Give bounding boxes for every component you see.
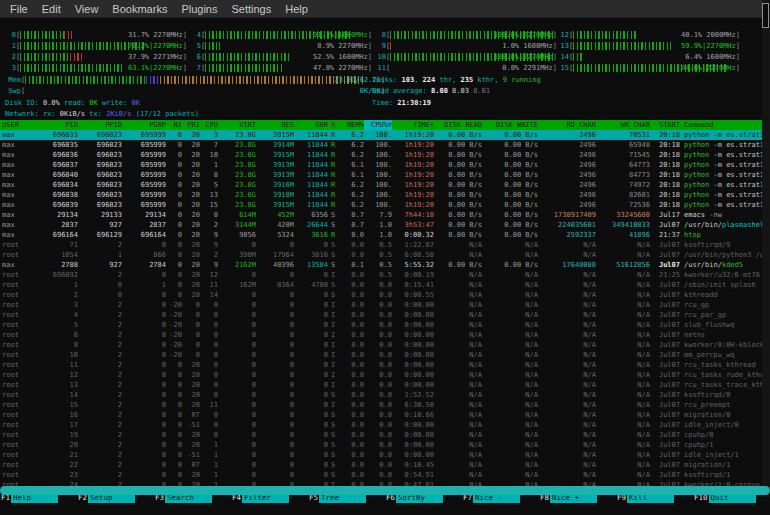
- process-row[interactable]: root620-2000000I0.00.00:00.00N/AN/AN/AN/…: [0, 330, 770, 340]
- menu-item-file[interactable]: File: [3, 3, 35, 15]
- process-row[interactable]: max696037696023695999020123.8G3913M11844…: [0, 160, 770, 170]
- process-row[interactable]: max2837927283702023144M420M26644S0.71.03…: [0, 220, 770, 230]
- cell: S: [328, 430, 338, 440]
- meter-value: 31.7% 2270MHz: [128, 30, 183, 40]
- process-row[interactable]: root19200200000S0.00.00:00.00N/AN/AN/AN/…: [0, 430, 770, 440]
- command-main: python: [684, 191, 709, 199]
- cell: 2: [78, 300, 122, 310]
- process-row[interactable]: root520-2000000I0.00.00:00.00N/AN/AN/AN/…: [0, 320, 770, 330]
- cell: 6.2: [338, 140, 364, 150]
- menu-item-plugins[interactable]: Plugins: [174, 3, 224, 15]
- process-row[interactable]: root152002011000I0.00.06:30.50N/AN/AN/AN…: [0, 400, 770, 410]
- process-row[interactable]: max696040696023695999020823.8G3913M11844…: [0, 170, 770, 180]
- menu-item-edit[interactable]: Edit: [35, 3, 68, 15]
- process-row[interactable]: root20002014000S0.00.00:00.55N/AN/AN/AN/…: [0, 290, 770, 300]
- cell: 19: [36, 430, 78, 440]
- cell: 10: [200, 150, 218, 160]
- process-row[interactable]: root1020-2000000I0.00.00:00.00N/AN/AN/AN…: [0, 350, 770, 360]
- process-row[interactable]: root10102011162M83644780S0.00.00:15.41N/…: [0, 280, 770, 290]
- process-row-selected[interactable]: max696033696023695999020323.8G3915M11844…: [0, 130, 770, 140]
- process-row[interactable]: root420-2000000I0.00.00:00.00N/AN/AN/AN/…: [0, 310, 770, 320]
- disk-io-line-part: 0.0%: [43, 99, 60, 107]
- process-row[interactable]: root12200200000I0.00.00:00.00N/AN/AN/AN/…: [0, 370, 770, 380]
- process-row[interactable]: max6960386960236959990201323.8G3918M1184…: [0, 190, 770, 200]
- cell: 1:22.87: [392, 240, 434, 250]
- cell: 20: [182, 190, 200, 200]
- menu-item-help[interactable]: Help: [278, 3, 315, 15]
- process-row[interactable]: max696035696023695999020723.8G3914M11844…: [0, 140, 770, 150]
- cell: max: [2, 150, 36, 160]
- cell: 6:08.58: [392, 250, 434, 260]
- disk-io-line-part: read:: [60, 99, 90, 107]
- process-row[interactable]: root17200-510000S0.00.00:00.00N/AN/AN/AN…: [0, 420, 770, 430]
- column-header-cpu-[interactable]: CPU%▽: [364, 120, 392, 130]
- process-row[interactable]: max6960396960236959990201523.8G3915M1184…: [0, 200, 770, 210]
- cell: 349410833: [596, 220, 650, 230]
- cell: 0.0: [364, 280, 392, 290]
- column-header-time-[interactable]: TIME+: [392, 120, 434, 130]
- process-row[interactable]: max6960366960236959990201023.8G3915M1184…: [0, 150, 770, 160]
- scrollbar-track[interactable]: [762, 0, 770, 497]
- process-row[interactable]: max6961646961296961640209905653243616R0.…: [0, 230, 770, 240]
- cell: 2: [36, 290, 78, 300]
- column-header-start[interactable]: START: [650, 120, 680, 130]
- cell: 29133: [78, 210, 122, 220]
- column-header-cpu[interactable]: CPU: [200, 120, 218, 130]
- process-row[interactable]: root71200209000S0.00.51:22.87N/AN/AN/AN/…: [0, 240, 770, 250]
- cell: 0: [294, 240, 328, 250]
- process-row[interactable]: root22200RT1000S0.00.00:10.45N/AN/AN/AN/…: [0, 460, 770, 470]
- process-row[interactable]: root11200200000I0.00.00:00.00N/AN/AN/AN/…: [0, 360, 770, 370]
- column-header-shr[interactable]: SHR: [294, 120, 328, 130]
- process-row[interactable]: max2788927278402092162M4039613584S0.10.5…: [0, 260, 770, 270]
- cell: 0: [166, 220, 182, 230]
- process-row[interactable]: root20200201000S0.00.00:00.00N/AN/AN/AN/…: [0, 440, 770, 450]
- column-header-rd-char[interactable]: RD_CHAR: [538, 120, 596, 130]
- command-post: migration/1: [684, 461, 730, 469]
- column-header-ni[interactable]: NI: [166, 120, 182, 130]
- process-row[interactable]: root105418660202390M179643816S0.00.56:08…: [0, 250, 770, 260]
- cell: 11: [200, 400, 218, 410]
- cell: 23.8G: [218, 130, 256, 140]
- process-row[interactable]: root23200201000S0.00.00:54.91N/AN/AN/AN/…: [0, 470, 770, 480]
- process-row[interactable]: root21200-511000S0.00.00:00.00N/AN/AN/AN…: [0, 450, 770, 460]
- column-header-wr-char[interactable]: WR_CHAR: [596, 120, 650, 130]
- process-row[interactable]: root6960922002012000I0.00.50:00.19N/AN/A…: [0, 270, 770, 280]
- process-row[interactable]: root13200200000I0.00.00:00.00N/AN/AN/AN/…: [0, 380, 770, 390]
- process-row[interactable]: max696034696023695999020523.8G3916M11844…: [0, 180, 770, 190]
- column-header-virt[interactable]: VIRT: [218, 120, 256, 130]
- process-row[interactable]: root16200RT0000S0.00.00:10.66N/AN/AN/AN/…: [0, 410, 770, 420]
- cell: max: [2, 210, 36, 220]
- column-header-disk-read[interactable]: DISK READ: [434, 120, 482, 130]
- cell: 224035601: [538, 220, 596, 230]
- column-header-res[interactable]: RES: [256, 120, 294, 130]
- cell: 2837: [36, 220, 78, 230]
- scrollbar-thumb[interactable]: [762, 3, 769, 28]
- cell: 0: [122, 390, 166, 400]
- column-header-pid[interactable]: PID: [36, 120, 78, 130]
- column-header-command[interactable]: Command: [680, 120, 770, 130]
- meter-bar: 1.0% 1600MHz: [390, 41, 553, 51]
- cell: 0: [218, 270, 256, 280]
- column-header-pgrp[interactable]: PGRP: [122, 120, 166, 130]
- column-header-s[interactable]: S: [328, 120, 338, 130]
- column-header-user[interactable]: USER: [2, 120, 36, 130]
- process-row[interactable]: root14200200000S0.00.01:52.52N/AN/AN/AN/…: [0, 390, 770, 400]
- process-row[interactable]: root320-2000000I0.00.00:00.00N/AN/AN/AN/…: [0, 300, 770, 310]
- cell: 8: [200, 170, 218, 180]
- meter-segment-g: [573, 42, 670, 50]
- cell: 3915M: [256, 150, 294, 160]
- column-header-pri[interactable]: PRI: [182, 120, 200, 130]
- menu-item-view[interactable]: View: [68, 3, 106, 15]
- menu-item-settings[interactable]: Settings: [224, 3, 278, 15]
- cell: 20:18: [650, 190, 680, 200]
- command-post: idle_inject/1: [684, 451, 739, 459]
- swap-meter: Swp[0K/0K]: [5, 86, 385, 96]
- process-row[interactable]: root820-2000000I0.00.00:00.00N/AN/AN/AN/…: [0, 340, 770, 350]
- menu-item-bookmarks[interactable]: Bookmarks: [105, 3, 174, 15]
- command-main: python: [684, 171, 709, 179]
- column-header-ppid[interactable]: PPID: [78, 120, 122, 130]
- column-header-mem-[interactable]: MEM%: [338, 120, 364, 130]
- cell: 0: [256, 400, 294, 410]
- column-header-disk-write[interactable]: DISK WRITE: [482, 120, 538, 130]
- process-row[interactable]: max2913429133291340200614M452M6356S0.77.…: [0, 210, 770, 220]
